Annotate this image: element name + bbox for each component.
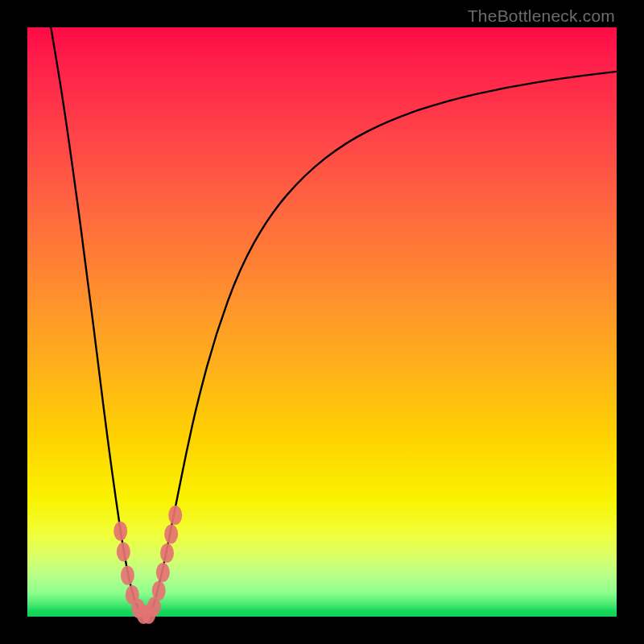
watermark-text: TheBottleneck.com — [468, 6, 615, 26]
highlight-dot — [160, 543, 174, 563]
chart-svg — [27, 27, 617, 617]
highlight-dot — [168, 506, 182, 525]
bottleneck-curve — [51, 27, 617, 617]
plot-area — [27, 27, 617, 617]
highlight-dot-group — [114, 506, 182, 624]
highlight-dot — [121, 566, 134, 585]
chart-frame: TheBottleneck.com — [0, 0, 644, 644]
highlight-dot — [117, 542, 130, 561]
highlight-dot — [114, 522, 127, 541]
highlight-dot — [156, 563, 170, 582]
highlight-dot — [152, 581, 166, 601]
highlight-dot — [164, 525, 178, 544]
